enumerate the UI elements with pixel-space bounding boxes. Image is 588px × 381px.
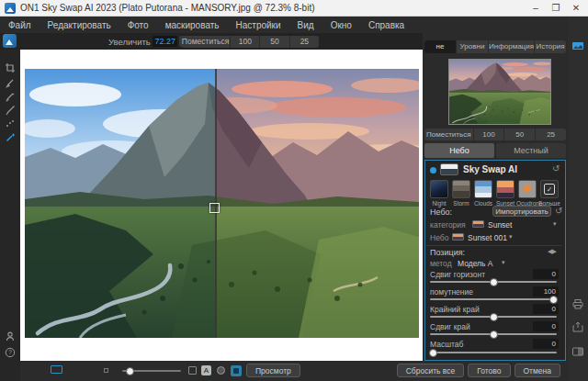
slider-value-input[interactable]: 0 bbox=[533, 339, 559, 349]
slider-track[interactable] bbox=[430, 298, 557, 300]
menu-view[interactable]: Вид bbox=[289, 20, 322, 30]
cancel-button[interactable]: Отмена bbox=[514, 364, 561, 377]
masking-brush-tool-icon[interactable] bbox=[5, 91, 16, 102]
position-label: Позиция: bbox=[430, 248, 465, 257]
user-account-icon[interactable] bbox=[5, 331, 16, 342]
preset-night[interactable]: Night bbox=[428, 180, 450, 207]
nav-50-button[interactable]: 50 bbox=[504, 129, 536, 140]
svg-text:?: ? bbox=[8, 349, 12, 355]
sky-select[interactable]: Sunset 001 bbox=[468, 233, 507, 242]
mask-checkbox-icon[interactable] bbox=[188, 366, 197, 375]
category-label: категория bbox=[430, 220, 466, 230]
slider-track[interactable] bbox=[430, 281, 557, 283]
menu-bar: Файл Редактировать Фото маскировать Наст… bbox=[0, 17, 588, 33]
navigator-zoom-group: Поместиться 100 50 25 bbox=[424, 129, 566, 140]
opacity-slider-knob[interactable] bbox=[126, 367, 134, 375]
sky-select-chevron-icon[interactable]: ▾ bbox=[509, 233, 513, 241]
magic-wand-tool-icon[interactable] bbox=[5, 132, 16, 143]
menu-settings[interactable]: Настройки bbox=[228, 20, 289, 30]
menu-file[interactable]: Файл bbox=[0, 20, 40, 30]
slider-knob[interactable] bbox=[429, 349, 437, 357]
slider-track[interactable] bbox=[430, 316, 557, 318]
tab-levels[interactable]: Уровни bbox=[457, 40, 489, 53]
minimize-button[interactable]: – bbox=[526, 0, 546, 17]
tab-panel[interactable]: не bbox=[424, 40, 457, 53]
slider-value-input[interactable]: 0 bbox=[533, 269, 559, 279]
preset-clouds[interactable]: Clouds bbox=[472, 180, 494, 207]
tab-history[interactable]: История bbox=[535, 40, 566, 53]
menu-photo[interactable]: Фото bbox=[119, 20, 157, 30]
nav-fit-button[interactable]: Поместиться bbox=[424, 129, 474, 140]
maximize-button[interactable]: ❐ bbox=[546, 0, 566, 17]
sky-reset-icon[interactable]: ↺ bbox=[555, 207, 562, 216]
pane-reset-icon[interactable]: ↺ bbox=[552, 164, 560, 174]
title-bar: ON1 Sky Swap AI 2023 (Plato Putorana - M… bbox=[0, 0, 588, 17]
zoom-50-button[interactable]: 50 bbox=[260, 36, 289, 48]
slider-knob[interactable] bbox=[490, 313, 498, 321]
sky-select-label: Небо bbox=[430, 233, 448, 242]
zoom-fit-group: Поместиться 100 50 25 bbox=[181, 36, 319, 48]
preset-storm[interactable]: Storm bbox=[450, 180, 472, 207]
navigator-thumbnail[interactable] bbox=[448, 59, 551, 125]
slider-track[interactable] bbox=[430, 333, 557, 335]
slider-value-input[interactable]: 0 bbox=[533, 304, 559, 314]
section-divider bbox=[426, 245, 562, 246]
done-button[interactable]: Готово bbox=[468, 364, 510, 377]
zoom-25-button[interactable]: 25 bbox=[290, 36, 319, 48]
nav-25-button[interactable]: 25 bbox=[536, 129, 566, 140]
slider-knob[interactable] bbox=[490, 331, 498, 339]
mask-circle-icon[interactable] bbox=[217, 366, 225, 375]
tab-info[interactable]: Информация bbox=[489, 40, 535, 53]
import-button[interactable]: Импортировать bbox=[492, 206, 551, 217]
category-select[interactable]: Sunset bbox=[488, 220, 512, 230]
slider-knob[interactable] bbox=[490, 278, 498, 286]
method-select[interactable]: Модель A bbox=[458, 259, 493, 268]
zoom-100-button[interactable]: 100 bbox=[231, 36, 260, 48]
slider-track[interactable] bbox=[430, 352, 557, 353]
compare-view-icon[interactable] bbox=[571, 346, 584, 357]
slider-label: помутнение bbox=[430, 287, 473, 297]
preset-more[interactable]: ✓ Больше bbox=[538, 180, 560, 207]
slider-label: Сдвиг край bbox=[430, 322, 470, 331]
category-chevron-icon[interactable]: ▾ bbox=[553, 220, 557, 228]
brush-size-small-icon bbox=[104, 368, 108, 373]
preset-sunset[interactable]: Sunset bbox=[494, 180, 516, 207]
preset-ocudrone[interactable]: Ocudrone bbox=[516, 180, 538, 207]
menu-edit[interactable]: Редактировать bbox=[40, 20, 119, 30]
refine-tool-icon[interactable] bbox=[5, 118, 16, 129]
close-button[interactable]: ✕ bbox=[566, 0, 586, 17]
slider-label: Сдвиг горизонт bbox=[430, 270, 485, 279]
help-icon[interactable]: ? bbox=[5, 347, 16, 358]
method-chevron-icon[interactable]: ▾ bbox=[502, 259, 505, 266]
mask-overlay-a-icon[interactable]: A bbox=[201, 365, 211, 375]
nav-100-button[interactable]: 100 bbox=[474, 129, 505, 140]
tab-local[interactable]: Местный bbox=[496, 143, 566, 158]
category-thumb bbox=[472, 220, 484, 228]
reset-all-button[interactable]: Сбросить все bbox=[397, 364, 465, 377]
flip-horizontal-icon[interactable]: ◀▶ bbox=[548, 248, 556, 255]
preview-button[interactable]: Просмотр bbox=[246, 364, 300, 377]
left-tool-strip: ? bbox=[0, 50, 20, 381]
menu-help[interactable]: Справка bbox=[360, 20, 413, 30]
opacity-slider-track[interactable] bbox=[122, 370, 181, 372]
pane-enabled-indicator[interactable] bbox=[430, 167, 436, 174]
sky-section-label: Небо: bbox=[430, 207, 452, 217]
app-icon bbox=[5, 3, 16, 14]
mask-view-toggle-icon[interactable] bbox=[231, 365, 242, 376]
menu-mask[interactable]: маскировать bbox=[157, 20, 228, 30]
browse-photos-icon[interactable] bbox=[571, 40, 584, 51]
print-icon[interactable] bbox=[571, 298, 584, 309]
slider-value-input[interactable]: 0 bbox=[533, 321, 559, 331]
filmstrip-toggle-icon[interactable] bbox=[51, 365, 62, 374]
fit-button[interactable]: Поместиться bbox=[181, 36, 231, 48]
slider-knob[interactable] bbox=[549, 296, 558, 304]
menu-window[interactable]: Окно bbox=[322, 20, 360, 30]
slider-label: Крайний край bbox=[430, 305, 480, 314]
zoom-value-input[interactable]: 72.27 bbox=[153, 36, 177, 47]
gradient-mask-tool-icon[interactable] bbox=[5, 105, 16, 116]
divider-drag-handle[interactable] bbox=[209, 203, 220, 213]
brush-tool-icon[interactable] bbox=[5, 77, 16, 88]
crop-tool-icon[interactable] bbox=[5, 62, 16, 73]
tab-sky[interactable]: Небо bbox=[424, 143, 494, 158]
export-icon[interactable] bbox=[571, 321, 584, 332]
